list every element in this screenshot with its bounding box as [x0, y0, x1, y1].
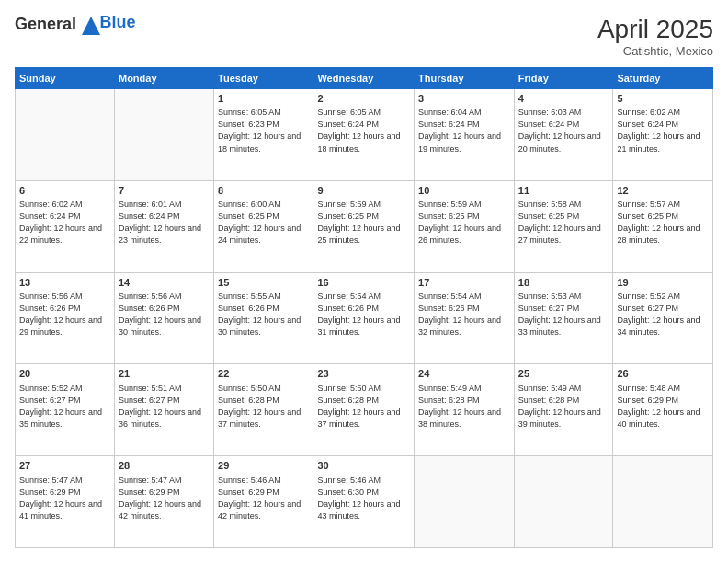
calendar-header: Sunday Monday Tuesday Wednesday Thursday…: [16, 68, 713, 89]
day-info: Sunrise: 6:05 AM Sunset: 6:24 PM Dayligh…: [317, 107, 410, 155]
header-tuesday: Tuesday: [214, 68, 313, 89]
day-info: Sunrise: 6:02 AM Sunset: 6:24 PM Dayligh…: [617, 107, 709, 155]
table-row: 13Sunrise: 5:56 AM Sunset: 6:26 PM Dayli…: [16, 272, 115, 364]
day-number: 10: [418, 184, 510, 198]
day-number: 23: [317, 367, 410, 381]
day-number: 24: [418, 367, 510, 381]
day-number: 18: [518, 276, 609, 290]
day-number: 15: [218, 276, 309, 290]
day-info: Sunrise: 5:47 AM Sunset: 6:29 PM Dayligh…: [119, 475, 210, 523]
header: General Blue April 2025 Catishtic, Mexic…: [15, 15, 713, 58]
svg-marker-0: [82, 17, 100, 35]
day-number: 16: [317, 276, 410, 290]
day-number: 9: [317, 184, 410, 198]
day-number: 28: [119, 459, 210, 473]
calendar-body: 1Sunrise: 6:05 AM Sunset: 6:23 PM Daylig…: [16, 89, 713, 548]
day-info: Sunrise: 5:49 AM Sunset: 6:28 PM Dayligh…: [518, 383, 609, 431]
day-info: Sunrise: 5:46 AM Sunset: 6:29 PM Dayligh…: [218, 475, 309, 523]
table-row: 6Sunrise: 6:02 AM Sunset: 6:24 PM Daylig…: [16, 180, 115, 272]
day-info: Sunrise: 6:03 AM Sunset: 6:24 PM Dayligh…: [518, 107, 609, 155]
table-row: 17Sunrise: 5:54 AM Sunset: 6:26 PM Dayli…: [415, 272, 515, 364]
day-number: 3: [418, 92, 510, 106]
day-info: Sunrise: 5:52 AM Sunset: 6:27 PM Dayligh…: [19, 383, 110, 431]
table-row: [415, 456, 515, 548]
day-number: 30: [317, 459, 410, 473]
day-info: Sunrise: 5:59 AM Sunset: 6:25 PM Dayligh…: [317, 199, 410, 247]
table-row: 22Sunrise: 5:50 AM Sunset: 6:28 PM Dayli…: [214, 364, 313, 456]
day-info: Sunrise: 5:54 AM Sunset: 6:26 PM Dayligh…: [317, 291, 410, 339]
day-info: Sunrise: 6:00 AM Sunset: 6:25 PM Dayligh…: [218, 199, 309, 247]
month-title: April 2025: [597, 15, 713, 44]
day-number: 6: [19, 184, 110, 198]
day-number: 26: [617, 367, 709, 381]
logo-blue-text: Blue: [100, 13, 136, 32]
calendar-page: General Blue April 2025 Catishtic, Mexic…: [0, 0, 728, 563]
logo: General Blue: [15, 15, 136, 35]
table-row: 25Sunrise: 5:49 AM Sunset: 6:28 PM Dayli…: [514, 364, 613, 456]
table-row: 8Sunrise: 6:00 AM Sunset: 6:25 PM Daylig…: [214, 180, 313, 272]
day-number: 8: [218, 184, 309, 198]
day-info: Sunrise: 5:53 AM Sunset: 6:27 PM Dayligh…: [518, 291, 609, 339]
day-info: Sunrise: 5:50 AM Sunset: 6:28 PM Dayligh…: [317, 383, 410, 431]
table-row: 15Sunrise: 5:55 AM Sunset: 6:26 PM Dayli…: [214, 272, 313, 364]
table-row: 11Sunrise: 5:58 AM Sunset: 6:25 PM Dayli…: [514, 180, 613, 272]
location: Catishtic, Mexico: [597, 44, 713, 58]
table-row: [16, 89, 115, 181]
table-row: 19Sunrise: 5:52 AM Sunset: 6:27 PM Dayli…: [613, 272, 713, 364]
day-number: 5: [617, 92, 709, 106]
day-info: Sunrise: 5:57 AM Sunset: 6:25 PM Dayligh…: [617, 199, 709, 247]
table-row: 16Sunrise: 5:54 AM Sunset: 6:26 PM Dayli…: [313, 272, 415, 364]
table-row: [114, 89, 213, 181]
day-number: 20: [19, 367, 110, 381]
day-number: 25: [518, 367, 609, 381]
day-info: Sunrise: 5:49 AM Sunset: 6:28 PM Dayligh…: [418, 383, 510, 431]
header-thursday: Thursday: [415, 68, 515, 89]
table-row: 1Sunrise: 6:05 AM Sunset: 6:23 PM Daylig…: [214, 89, 313, 181]
calendar-table: Sunday Monday Tuesday Wednesday Thursday…: [15, 67, 713, 548]
table-row: 4Sunrise: 6:03 AM Sunset: 6:24 PM Daylig…: [514, 89, 613, 181]
day-info: Sunrise: 5:50 AM Sunset: 6:28 PM Dayligh…: [218, 383, 309, 431]
day-number: 22: [218, 367, 309, 381]
day-number: 19: [617, 276, 709, 290]
day-info: Sunrise: 5:56 AM Sunset: 6:26 PM Dayligh…: [19, 291, 110, 339]
day-number: 14: [119, 276, 210, 290]
table-row: 24Sunrise: 5:49 AM Sunset: 6:28 PM Dayli…: [415, 364, 515, 456]
table-row: 21Sunrise: 5:51 AM Sunset: 6:27 PM Dayli…: [114, 364, 213, 456]
day-number: 27: [19, 459, 110, 473]
header-saturday: Saturday: [613, 68, 713, 89]
day-info: Sunrise: 5:46 AM Sunset: 6:30 PM Dayligh…: [317, 475, 410, 523]
table-row: 27Sunrise: 5:47 AM Sunset: 6:29 PM Dayli…: [16, 456, 115, 548]
day-number: 4: [518, 92, 609, 106]
day-info: Sunrise: 5:58 AM Sunset: 6:25 PM Dayligh…: [518, 199, 609, 247]
table-row: 18Sunrise: 5:53 AM Sunset: 6:27 PM Dayli…: [514, 272, 613, 364]
day-number: 2: [317, 92, 410, 106]
table-row: 28Sunrise: 5:47 AM Sunset: 6:29 PM Dayli…: [114, 456, 213, 548]
table-row: 5Sunrise: 6:02 AM Sunset: 6:24 PM Daylig…: [613, 89, 713, 181]
title-section: April 2025 Catishtic, Mexico: [597, 15, 713, 58]
day-info: Sunrise: 6:02 AM Sunset: 6:24 PM Dayligh…: [19, 199, 110, 247]
table-row: 12Sunrise: 5:57 AM Sunset: 6:25 PM Dayli…: [613, 180, 713, 272]
day-number: 21: [119, 367, 210, 381]
day-number: 13: [19, 276, 110, 290]
header-friday: Friday: [514, 68, 613, 89]
table-row: 14Sunrise: 5:56 AM Sunset: 6:26 PM Dayli…: [114, 272, 213, 364]
day-number: 17: [418, 276, 510, 290]
day-number: 11: [518, 184, 609, 198]
table-row: 7Sunrise: 6:01 AM Sunset: 6:24 PM Daylig…: [114, 180, 213, 272]
weekday-header-row: Sunday Monday Tuesday Wednesday Thursday…: [16, 68, 713, 89]
day-info: Sunrise: 5:52 AM Sunset: 6:27 PM Dayligh…: [617, 291, 709, 339]
table-row: [613, 456, 713, 548]
day-info: Sunrise: 5:56 AM Sunset: 6:26 PM Dayligh…: [119, 291, 210, 339]
logo-general: General: [15, 15, 100, 35]
day-number: 7: [119, 184, 210, 198]
table-row: 9Sunrise: 5:59 AM Sunset: 6:25 PM Daylig…: [313, 180, 415, 272]
day-number: 12: [617, 184, 709, 198]
table-row: [514, 456, 613, 548]
day-info: Sunrise: 5:59 AM Sunset: 6:25 PM Dayligh…: [418, 199, 510, 247]
day-info: Sunrise: 6:01 AM Sunset: 6:24 PM Dayligh…: [119, 199, 210, 247]
logo-general-text: General: [15, 15, 76, 33]
table-row: 2Sunrise: 6:05 AM Sunset: 6:24 PM Daylig…: [313, 89, 415, 181]
header-wednesday: Wednesday: [313, 68, 415, 89]
day-info: Sunrise: 5:55 AM Sunset: 6:26 PM Dayligh…: [218, 291, 309, 339]
day-number: 1: [218, 92, 309, 106]
